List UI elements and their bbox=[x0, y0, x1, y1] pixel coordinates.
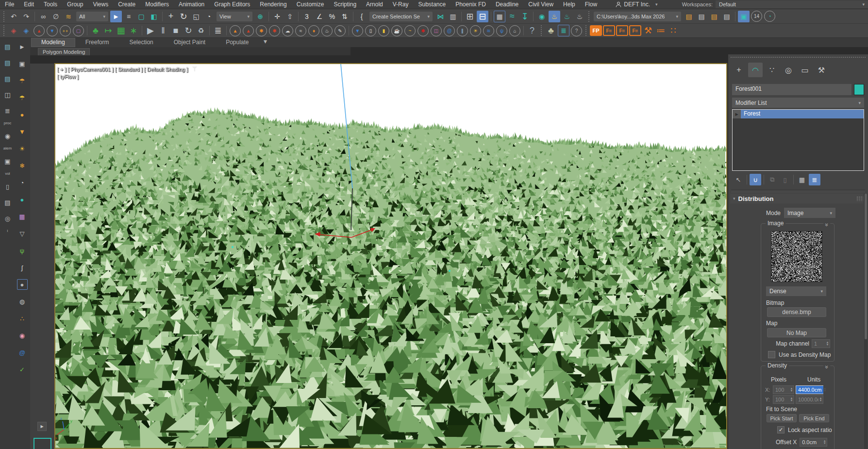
phoenix-fire-sim-icon[interactable]: ◈ bbox=[8, 25, 19, 36]
viewport[interactable]: x y z [ + ] [ PhysCamera001 ] [ Standard… bbox=[54, 63, 727, 449]
dock-gift-icon[interactable]: ▦ bbox=[17, 211, 28, 222]
scene-script-icon-1[interactable]: ▤ bbox=[683, 11, 695, 22]
menu-arnold[interactable]: Arnold bbox=[361, 0, 388, 9]
tyflow-label[interactable]: [ tyFlow ] bbox=[57, 74, 79, 80]
dock-umbrella-icon[interactable]: ☂ bbox=[17, 75, 28, 86]
scene-script-icon-2[interactable]: ▤ bbox=[696, 11, 707, 22]
toolbar-grip-icon[interactable] bbox=[3, 11, 5, 22]
sim-log-icon[interactable]: ≣ bbox=[212, 25, 224, 36]
dock-sun-icon[interactable]: ☀ bbox=[17, 143, 28, 154]
rollout-distribution-header[interactable]: ▾ Distribution bbox=[730, 194, 863, 203]
spinner-arrows-icon[interactable]: ▲▼ bbox=[822, 438, 827, 446]
expand-arrow-icon[interactable]: ▶ bbox=[733, 110, 741, 118]
sim-delete-icon[interactable]: ♻ bbox=[195, 25, 207, 36]
preset-ocean-icon[interactable]: ☀ bbox=[470, 25, 481, 36]
ribbon-tab-freeform[interactable]: Freeform bbox=[75, 38, 119, 47]
pin-stack-icon[interactable]: ↖ bbox=[733, 174, 744, 185]
spline-path[interactable] bbox=[341, 64, 352, 188]
select-scale-icon[interactable]: ◱ bbox=[190, 11, 202, 22]
dock-stack-icon[interactable]: ≣ bbox=[2, 105, 13, 116]
preset-explosion-icon[interactable]: ✱ bbox=[256, 25, 267, 36]
material-editor-icon[interactable]: ◉ bbox=[536, 11, 548, 22]
undo-icon[interactable]: ↶ bbox=[8, 11, 19, 22]
collapse-chevron-icon[interactable]: » bbox=[824, 365, 831, 369]
dock-camera-icon[interactable]: ◉ bbox=[2, 131, 13, 141]
redo-icon[interactable]: ↷ bbox=[20, 11, 32, 22]
make-unique-icon[interactable]: ⧉ bbox=[767, 174, 778, 185]
preset-bucket-icon[interactable]: ◫ bbox=[431, 25, 442, 36]
phoenix-ppg-icon[interactable]: ∘∘ bbox=[60, 25, 71, 36]
remove-modifier-icon[interactable]: ▯ bbox=[779, 174, 791, 185]
preset-brush-icon[interactable]: ✎ bbox=[334, 25, 346, 36]
motion-tab-icon[interactable]: ◎ bbox=[781, 63, 796, 77]
use-density-map-checkbox[interactable] bbox=[768, 351, 775, 358]
forest-library-icon[interactable]: F≡ bbox=[603, 25, 615, 36]
dock-spray-icon[interactable]: ❄ bbox=[17, 160, 28, 171]
menu-modifiers[interactable]: Modifiers bbox=[140, 0, 174, 9]
preset-splash-icon[interactable]: ▼ bbox=[352, 25, 363, 36]
x-units-spinner[interactable]: 4400.0cm ▲▼ bbox=[796, 385, 823, 394]
sim-pause-icon[interactable]: ‖ bbox=[157, 25, 169, 36]
phoenix-liquid-sim-icon[interactable]: ◈ bbox=[20, 25, 32, 36]
scene-history-icon[interactable]: ◔ bbox=[764, 11, 775, 22]
preset-whirlpool-icon[interactable]: @ bbox=[444, 25, 455, 36]
ribbon-toggle-icon[interactable]: ▦ bbox=[494, 11, 505, 22]
sim-restart-icon[interactable]: ↻ bbox=[183, 25, 194, 36]
layer-explorer-icon[interactable]: ⊟ bbox=[477, 11, 488, 22]
rendered-frame-icon[interactable]: ♨ bbox=[561, 11, 573, 22]
utilities-tab-icon[interactable]: ⚒ bbox=[814, 63, 829, 77]
map-button[interactable]: No Map bbox=[767, 328, 826, 337]
preset-ship-icon[interactable]: ⌂ bbox=[509, 25, 520, 36]
render-production-icon[interactable]: ♨ bbox=[574, 11, 585, 22]
display-tab-icon[interactable]: ▭ bbox=[798, 63, 812, 77]
select-manipulate-icon[interactable]: ✛ bbox=[271, 11, 283, 22]
y-pixels-spinner[interactable]: 100 ▲▼ bbox=[773, 395, 794, 404]
preset-explosion2-icon[interactable]: ✱ bbox=[269, 25, 280, 36]
preset-coffee-icon[interactable]: ☕ bbox=[391, 25, 402, 36]
sim-play-icon[interactable]: ▶ bbox=[145, 25, 156, 36]
preset-carton-icon[interactable]: ▯ bbox=[365, 25, 376, 36]
itoo-tools-icon[interactable]: ⚒ bbox=[642, 25, 654, 36]
dock-ball-orange-icon[interactable]: ● bbox=[17, 109, 28, 120]
dock-pig-icon[interactable]: ◉ bbox=[17, 330, 28, 341]
dock-swirl2-icon[interactable]: @ bbox=[17, 347, 28, 358]
menu-vray[interactable]: V-Ray bbox=[388, 0, 414, 9]
workspace-dropdown[interactable]: Default ▾ bbox=[716, 0, 868, 8]
preset-fountain-icon[interactable]: ψ bbox=[496, 25, 507, 36]
select-link-icon[interactable]: ∞ bbox=[37, 11, 49, 22]
toolbar-grip-icon[interactable] bbox=[585, 25, 587, 36]
percent-snap-icon[interactable]: % bbox=[326, 11, 338, 22]
dock-image-icon[interactable]: ▤ bbox=[2, 197, 13, 208]
ribbon-tab-modeling[interactable]: Modeling bbox=[31, 38, 75, 47]
dock-ball-selected-icon[interactable]: ● bbox=[17, 279, 28, 290]
x-pixels-spinner[interactable]: 100 ▲▼ bbox=[773, 385, 794, 394]
align-icon[interactable]: ▥ bbox=[447, 11, 459, 22]
menu-animation[interactable]: Animation bbox=[174, 0, 209, 9]
menu-group[interactable]: Group bbox=[62, 0, 88, 9]
dock-sphere-icon[interactable]: ◍ bbox=[17, 296, 28, 307]
move-gizmo[interactable] bbox=[315, 228, 375, 237]
menu-customize[interactable]: Customize bbox=[292, 0, 329, 9]
menu-phoenix-fd[interactable]: Phoenix FD bbox=[451, 0, 491, 9]
named-selection-sets-icon[interactable]: { bbox=[356, 11, 367, 22]
spinner-arrows-icon[interactable]: ▲▼ bbox=[825, 340, 830, 348]
scene-explorer-icon[interactable]: ⊞ bbox=[464, 11, 476, 22]
viewport-label[interactable]: [ + ] [ PhysCamera001 ] [ Standard ] [ D… bbox=[57, 67, 188, 72]
menu-flow[interactable]: Flow bbox=[580, 0, 602, 9]
object-pole[interactable] bbox=[351, 188, 352, 230]
angle-snap-icon[interactable]: ∠ bbox=[314, 11, 325, 22]
select-place-icon[interactable]: ◔ bbox=[203, 11, 215, 22]
forest-pack-icon[interactable]: FP bbox=[590, 25, 602, 36]
dock-drop-icon[interactable]: ▼ bbox=[17, 126, 28, 137]
plugin-tree-icon[interactable]: ♣ bbox=[90, 25, 101, 36]
plugin-burst-icon[interactable]: ∗ bbox=[128, 25, 139, 36]
y-units-spinner[interactable]: 10000.0cm ▲▼ bbox=[796, 395, 823, 404]
spinner-arrows-icon[interactable]: ▲▼ bbox=[818, 396, 823, 403]
select-by-name-icon[interactable]: ≡ bbox=[123, 11, 134, 22]
dock-movie-icon[interactable]: ▣ bbox=[17, 58, 28, 69]
configure-modifier-sets-icon[interactable]: ▦ bbox=[796, 174, 808, 185]
ribbon-tab-populate[interactable]: Populate bbox=[216, 38, 259, 47]
forest-lister-icon[interactable]: ≣ bbox=[558, 25, 569, 36]
itoo-grid-icon[interactable]: ∷ bbox=[668, 25, 679, 36]
scene-script-icon-3[interactable]: ▤ bbox=[708, 11, 720, 22]
